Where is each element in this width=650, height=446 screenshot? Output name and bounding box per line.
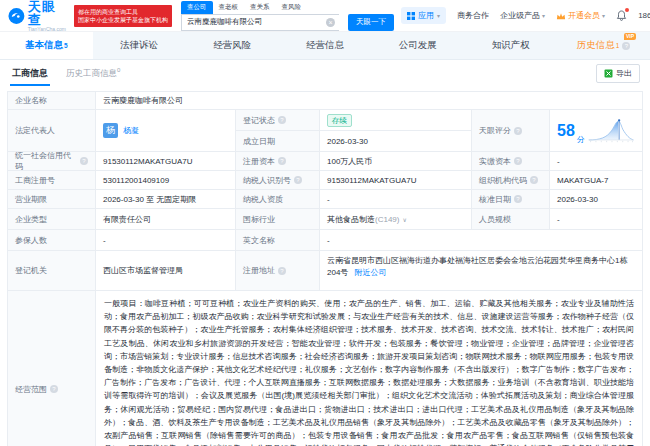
info-icon[interactable] <box>294 176 302 184</box>
score-label: 天眼评分 <box>472 110 550 152</box>
apps-menu-label: 应用 <box>418 10 434 21</box>
section-tab-bar: 基本信息5 法律诉讼 经营风险 经营信息 公司发展 知识产权 VIP 历史信息1 <box>0 32 650 60</box>
info-icon[interactable] <box>514 157 522 165</box>
legal-rep-name-link[interactable]: 杨凝 <box>123 125 139 136</box>
legal-rep-cell: 杨 杨凝 <box>96 110 236 152</box>
nearby-companies-link[interactable]: 附近公司 <box>355 268 387 277</box>
subtab-history-business-info[interactable]: 历史工商信息0 <box>66 67 120 80</box>
account-phone: 186*... <box>638 11 650 20</box>
tab-history-info-count: 1 <box>616 42 620 49</box>
info-icon[interactable] <box>514 127 522 135</box>
staff-size-label: 人员规模 <box>472 209 550 230</box>
clear-search-icon[interactable]: × <box>326 18 335 27</box>
company-type-label: 企业类型 <box>8 209 96 230</box>
tab-basic-info-label: 基本信息 <box>25 39 63 52</box>
account-menu[interactable]: 186*... ▾ <box>638 11 650 20</box>
approval-date-label-text: 核准日期 <box>479 194 511 205</box>
tab-history-info[interactable]: VIP 历史信息1 <box>557 32 650 59</box>
reg-number-value: 530112001409109 <box>96 171 236 190</box>
subtab-bar: 工商信息 历史工商信息0 导出 <box>0 60 650 87</box>
taxpayer-id-label: 纳税人识别号 <box>236 171 320 190</box>
apps-grid-icon <box>407 12 415 20</box>
info-icon[interactable] <box>278 116 286 124</box>
paid-capital-label-text: 实缴资本 <box>479 156 511 167</box>
tab-company-development-label: 公司发展 <box>399 39 437 52</box>
search-tab-company[interactable]: 查公司 <box>181 1 213 14</box>
info-icon[interactable] <box>622 42 630 50</box>
insured-count-label: 参保人数 <box>8 230 96 251</box>
tab-intellectual-property[interactable]: 知识产权 <box>464 32 557 59</box>
search-input[interactable] <box>181 14 339 31</box>
top-header: 天眼查 TianYanCha.com 都在用的商业查询工具 国家中小企业发展子基… <box>0 0 650 32</box>
company-type-value: 有限责任公司 <box>96 209 236 230</box>
vip-badge: VIP <box>624 33 636 40</box>
status-date-column: 登记状态 存续 成立日期 2026-03-30 <box>236 110 472 152</box>
registered-address-cell: 云南省昆明市西山区福海街道办事处福海社区居委会金地云泊花园梵华里商务中心1栋20… <box>320 251 643 291</box>
caret-down-icon: ▾ <box>602 12 605 19</box>
business-term-value: 2026-03-30 至 无固定期限 <box>96 190 236 209</box>
tab-company-development[interactable]: 公司发展 <box>371 32 464 59</box>
search-button[interactable]: 天眼一下 <box>348 14 394 31</box>
reg-status-label: 登记状态 <box>236 110 320 131</box>
paid-capital-value: - <box>550 152 643 171</box>
enterprise-product-label: 企业级产品 <box>500 10 540 21</box>
tianyancha-logo-icon <box>8 7 25 25</box>
export-button[interactable]: 导出 <box>596 64 640 83</box>
search-area: 查公司 查老板 查关系 查风险 × 天眼一下 <box>181 1 394 31</box>
reg-status-cell: 存续 <box>320 110 472 131</box>
info-icon[interactable] <box>50 385 58 393</box>
company-name-value: 云南麋鹿咖啡有限公司 <box>96 92 643 110</box>
subtab-business-info[interactable]: 工商信息 <box>10 61 50 86</box>
tab-operating-risk[interactable]: 经营风险 <box>186 32 279 59</box>
staff-size-value: - <box>550 209 643 230</box>
info-icon[interactable] <box>514 195 522 203</box>
score-value: 58 <box>557 122 575 140</box>
export-excel-icon <box>604 69 613 78</box>
caret-down-icon: ▾ <box>437 12 440 19</box>
tab-intellectual-property-label: 知识产权 <box>492 39 530 52</box>
apps-menu[interactable]: 应用 ▾ <box>401 7 446 24</box>
insured-count-value: - <box>96 230 236 251</box>
tianyancha-logo[interactable]: 天眼查 TianYanCha.com <box>8 0 67 32</box>
logo-title: 天眼查 <box>28 0 67 26</box>
score-cell[interactable]: 58 分 <box>550 110 643 152</box>
info-icon[interactable] <box>278 157 286 165</box>
tab-legal-litigation[interactable]: 法律诉讼 <box>93 32 186 59</box>
search-tab-boss[interactable]: 查老板 <box>213 1 245 14</box>
legal-rep-label: 法定代表人 <box>8 110 96 152</box>
enterprise-product-menu[interactable]: 企业级产品 ▾ <box>500 10 545 21</box>
open-vip-menu[interactable]: 开通会员 ▾ <box>556 10 605 21</box>
approval-date-value: 2026-03-30 <box>550 190 643 209</box>
subtab-history-count: 0 <box>117 67 120 73</box>
info-icon[interactable] <box>278 267 286 275</box>
notification-bell[interactable] <box>616 10 627 21</box>
business-scope-text: 一般项目：咖啡豆种植；可可豆种植；农业生产资料的购买、使用；农产品的生产、销售、… <box>96 291 643 446</box>
info-icon[interactable] <box>530 176 538 184</box>
info-icon[interactable] <box>80 157 88 165</box>
reg-status-label-text: 登记状态 <box>243 115 275 126</box>
business-term-label: 营业期限 <box>8 190 96 209</box>
header-menu: 应用 ▾ 商务合作 企业级产品 ▾ 开通会员 ▾ 186*... ▾ <box>401 7 650 24</box>
credit-code-label-text: 统一社会信用代码 <box>15 152 77 171</box>
business-cooperation-link[interactable]: 商务合作 <box>457 10 489 21</box>
notification-dot <box>625 8 629 12</box>
org-code-value: MAKATGUA-7 <box>550 171 643 190</box>
industry-value[interactable]: 其他食品制造 (C149) ∨ <box>320 209 472 230</box>
promo-badge: 都在用的商业查询工具 国家中小企业发展子基金旗下机构 <box>74 5 172 27</box>
reg-capital-label-text: 注册资本 <box>243 156 275 167</box>
tab-operating-info-label: 经营信息 <box>306 39 344 52</box>
tab-operating-risk-label: 经营风险 <box>213 39 251 52</box>
search-tabs: 查公司 查老板 查关系 查风险 <box>181 1 394 14</box>
reg-capital-label: 注册资本 <box>236 152 320 171</box>
logo-subtitle: TianYanCha.com <box>28 27 67 32</box>
reg-capital-value: 100万人民币 <box>320 152 472 171</box>
tab-basic-info[interactable]: 基本信息5 <box>0 32 93 59</box>
org-code-label: 组织机构代码 <box>472 171 550 190</box>
tab-operating-info[interactable]: 经营信息 <box>279 32 372 59</box>
search-tab-relation[interactable]: 查关系 <box>244 1 276 14</box>
registered-address-label: 注册地址 <box>236 251 320 291</box>
search-tab-risk[interactable]: 查风险 <box>276 1 308 14</box>
status-badge: 存续 <box>327 114 352 127</box>
industry-code: (C149) <box>375 215 399 224</box>
subtab-history-label: 历史工商信息 <box>66 68 117 78</box>
